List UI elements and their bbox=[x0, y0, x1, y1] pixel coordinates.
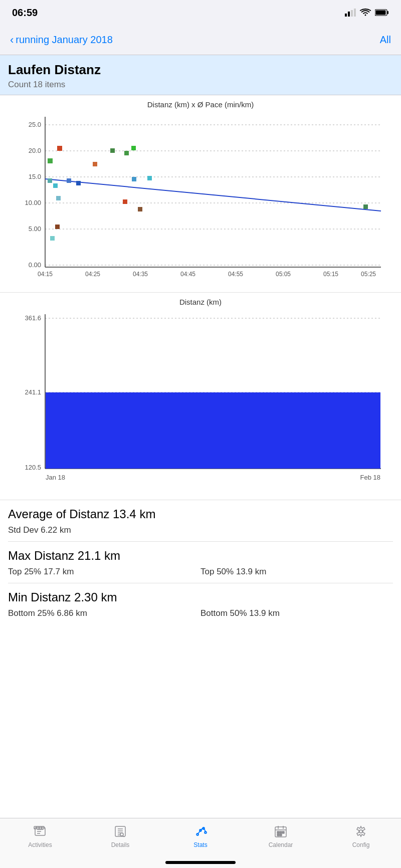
svg-rect-83 bbox=[280, 831, 282, 833]
svg-text:04:15: 04:15 bbox=[38, 271, 53, 278]
stats-section: Average of Distanz 13.4 km Std Dev 6.22 … bbox=[0, 500, 401, 624]
tab-details[interactable]: Details bbox=[80, 823, 160, 848]
svg-text:15.0: 15.0 bbox=[29, 173, 41, 180]
tab-calendar-label: Calendar bbox=[269, 841, 293, 848]
svg-text:05:25: 05:25 bbox=[361, 271, 376, 278]
svg-text:05:05: 05:05 bbox=[276, 271, 291, 278]
svg-text:241.1: 241.1 bbox=[25, 388, 41, 396]
svg-rect-32 bbox=[123, 199, 127, 204]
scatter-chart-container: Distanz (km) x Ø Pace (min/km) 25.0 20.0… bbox=[0, 95, 401, 293]
tab-config[interactable]: Config bbox=[321, 823, 401, 848]
svg-rect-47 bbox=[132, 177, 136, 181]
svg-text:Jan 18: Jan 18 bbox=[46, 474, 65, 481]
nav-bar: ‹ running January 2018 All bbox=[0, 25, 401, 55]
svg-rect-3 bbox=[354, 9, 356, 17]
svg-rect-0 bbox=[345, 14, 347, 17]
svg-rect-40 bbox=[48, 178, 52, 183]
svg-rect-6 bbox=[376, 11, 386, 15]
tab-stats-label: Stats bbox=[193, 841, 207, 848]
tab-activities-label: Activities bbox=[28, 841, 52, 848]
svg-rect-2 bbox=[351, 10, 353, 17]
svg-text:04:35: 04:35 bbox=[133, 271, 148, 278]
stat-stddev-label: Std Dev 6.22 km bbox=[8, 525, 393, 535]
stat-top50-label: Top 50% 13.9 km bbox=[200, 567, 393, 577]
svg-text:5.00: 5.00 bbox=[29, 225, 41, 233]
svg-text:0.00: 0.00 bbox=[29, 261, 41, 269]
svg-text:120.5: 120.5 bbox=[25, 464, 41, 471]
svg-rect-33 bbox=[138, 207, 142, 211]
svg-text:05:15: 05:15 bbox=[323, 271, 338, 278]
svg-rect-30 bbox=[57, 146, 62, 151]
bar-chart: 361.6 241.1 120.5 Jan 18 Feb 18 bbox=[15, 309, 386, 500]
svg-line-29 bbox=[45, 179, 381, 211]
svg-point-87 bbox=[359, 830, 362, 833]
stat-max-row: Max Distanz 21.1 km bbox=[0, 542, 401, 565]
svg-rect-56 bbox=[46, 392, 380, 469]
wifi-icon bbox=[360, 9, 371, 17]
svg-rect-37 bbox=[124, 151, 129, 155]
page-subtitle: Count 18 items bbox=[8, 80, 393, 90]
svg-text:25.0: 25.0 bbox=[29, 121, 41, 128]
page-title: Laufen Distanz bbox=[8, 62, 393, 78]
stat-max-label: Max Distanz 21.1 km bbox=[8, 549, 120, 562]
stat-bottom50-label: Bottom 50% 13.9 km bbox=[200, 608, 393, 618]
page-header: Laufen Distanz Count 18 items bbox=[0, 55, 401, 95]
stat-min-row: Min Distanz 2.30 km bbox=[0, 583, 401, 606]
stat-stddev-row: Std Dev 6.22 km bbox=[0, 523, 401, 541]
svg-text:20.0: 20.0 bbox=[29, 147, 41, 154]
stat-bottom-row: Bottom 25% 6.86 km Bottom 50% 13.9 km bbox=[0, 606, 401, 624]
config-icon bbox=[353, 823, 369, 839]
stat-average-row: Average of Distanz 13.4 km bbox=[0, 500, 401, 523]
svg-rect-46 bbox=[76, 181, 81, 185]
svg-rect-42 bbox=[56, 196, 61, 200]
svg-text:10.00: 10.00 bbox=[25, 199, 41, 206]
svg-rect-31 bbox=[93, 162, 97, 166]
home-indicator bbox=[165, 861, 236, 864]
back-button[interactable]: ‹ running January 2018 bbox=[10, 34, 113, 46]
svg-rect-45 bbox=[67, 178, 71, 183]
stat-average-label: Average of Distanz 13.4 km bbox=[8, 507, 155, 521]
svg-rect-43 bbox=[50, 236, 55, 241]
status-time: 06:59 bbox=[12, 7, 38, 19]
svg-rect-41 bbox=[53, 183, 58, 188]
svg-rect-5 bbox=[387, 11, 389, 14]
activities-icon bbox=[32, 823, 48, 839]
scatter-chart-title: Distanz (km) x Ø Pace (min/km) bbox=[0, 100, 401, 109]
svg-rect-39 bbox=[363, 204, 368, 209]
calendar-icon bbox=[273, 823, 289, 839]
svg-rect-1 bbox=[348, 12, 350, 17]
tab-config-label: Config bbox=[352, 841, 370, 848]
tab-bar: Activities Details bbox=[0, 818, 401, 868]
stat-min-label: Min Distanz 2.30 km bbox=[8, 590, 117, 604]
svg-rect-84 bbox=[282, 831, 284, 833]
svg-rect-85 bbox=[277, 834, 279, 836]
tab-activities[interactable]: Activities bbox=[0, 823, 80, 848]
stats-icon bbox=[192, 823, 209, 839]
bar-chart-container: Distanz (km) 361.6 241.1 120.5 Jan 18 Fe… bbox=[0, 293, 401, 500]
bar-chart-title: Distanz (km) bbox=[0, 298, 401, 306]
tab-details-label: Details bbox=[111, 841, 130, 848]
battery-icon bbox=[375, 9, 389, 16]
status-bar: 06:59 bbox=[0, 0, 401, 25]
stat-top-row: Top 25% 17.7 km Top 50% 13.9 km bbox=[0, 565, 401, 583]
svg-rect-34 bbox=[55, 225, 60, 229]
all-button[interactable]: All bbox=[380, 34, 391, 46]
svg-text:04:25: 04:25 bbox=[85, 271, 100, 278]
svg-rect-86 bbox=[280, 834, 282, 836]
svg-text:Feb 18: Feb 18 bbox=[360, 474, 380, 481]
svg-rect-44 bbox=[147, 176, 152, 180]
stat-top25-label: Top 25% 17.7 km bbox=[8, 567, 200, 577]
signal-icon bbox=[345, 9, 356, 17]
svg-rect-36 bbox=[110, 148, 115, 153]
tab-calendar[interactable]: Calendar bbox=[241, 823, 321, 848]
details-icon bbox=[112, 823, 128, 839]
svg-rect-82 bbox=[277, 831, 279, 833]
back-label: running January 2018 bbox=[16, 34, 112, 46]
svg-point-72 bbox=[120, 833, 123, 836]
svg-rect-38 bbox=[131, 146, 136, 150]
svg-text:361.6: 361.6 bbox=[25, 314, 41, 322]
svg-text:04:45: 04:45 bbox=[180, 271, 195, 278]
status-icons bbox=[345, 9, 389, 17]
tab-stats[interactable]: Stats bbox=[160, 823, 241, 848]
stat-bottom25-label: Bottom 25% 6.86 km bbox=[8, 608, 200, 618]
